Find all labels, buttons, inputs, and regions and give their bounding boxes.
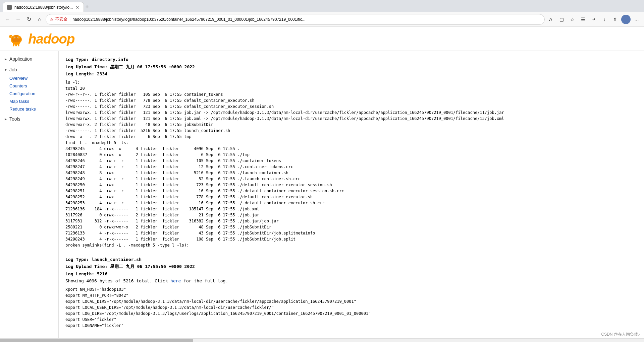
main-content: ► Application ▼ Job Overview Counters Co… (0, 51, 644, 338)
sidebar-job-items: Overview Counters Configuration Map task… (0, 74, 58, 113)
tab-title: hadoop102:19888/jobhistory/lo... (14, 5, 73, 10)
log-upload-line: Log Upload Time: 星期二 九月 06 17:55:56 +080… (65, 64, 637, 70)
log-body: ls -l: total 20 -rw-r--r--. 1 fickler fi… (65, 79, 637, 248)
log-length-label: Log Length: (65, 71, 94, 76)
sidebar-item-overview[interactable]: Overview (3, 74, 58, 82)
sidebar: ► Application ▼ Job Overview Counters Co… (0, 51, 59, 338)
log-type-line: Log Type: launch_container.sh (65, 256, 637, 263)
sidebar-item-counters[interactable]: Counters (3, 82, 58, 90)
page-header: hadoop (0, 27, 644, 51)
log-upload-value: 星期二 九月 06 17:55:56 +0800 2022 (110, 64, 195, 69)
downloads-button[interactable]: ↓ (600, 15, 609, 24)
sidebar-item-reduce-tasks[interactable]: Reduce tasks (3, 105, 58, 113)
sidebar-tools-label: Tools (9, 116, 20, 122)
log-body: xport NM_HOST="hadoop103" export NM_HTTP… (65, 286, 637, 329)
browser-chrome: hadoop102:19888/jobhistory/lo... ✕ + ← →… (0, 0, 644, 27)
hadoop-logo: hadoop (7, 30, 637, 47)
horizontal-scrollbar[interactable] (0, 338, 644, 342)
home-button[interactable]: ⌂ (35, 15, 44, 24)
new-tab-button[interactable]: + (85, 4, 89, 11)
url-text: hadoop102:19888/jobhistory/logs/hadoop10… (72, 17, 540, 22)
application-arrow-icon: ► (4, 57, 7, 61)
log-showing-line: Showing 4096 bytes of 5216 total. Click … (65, 278, 637, 284)
sidebar-section-tools: ► Tools (0, 114, 58, 124)
log-upload-line: Log Upload Time: 星期二 九月 06 17:55:56 +080… (65, 263, 637, 270)
sidebar-job-header[interactable]: ▼ Job (0, 65, 58, 74)
history-button[interactable]: ⤶ (589, 15, 598, 24)
share-button[interactable]: ⇧ (610, 15, 620, 24)
sidebar-item-configuration[interactable]: Configuration (3, 90, 58, 97)
log-upload-value: 星期二 九月 06 17:55:56 +0800 2022 (110, 264, 195, 269)
full-log-link[interactable]: here (170, 278, 181, 283)
log-content-area[interactable]: Log Type: directory.infoLog Upload Time:… (59, 51, 644, 338)
active-tab[interactable]: hadoop102:19888/jobhistory/lo... ✕ (3, 2, 84, 12)
log-type-line: Log Type: directory.info (65, 56, 637, 63)
log-section-1: Log Type: launch_container.shLog Upload … (65, 256, 637, 329)
nav-actions: A̲ ▢ ☆ ☰ ⤶ ↓ ⇧ … (546, 15, 641, 24)
scrollbar-thumb[interactable] (0, 339, 193, 342)
security-warning-icon: ⚠ (50, 17, 53, 21)
back-button[interactable]: ← (3, 15, 12, 24)
extensions-button[interactable]: ▢ (557, 15, 566, 24)
log-type-value: directory.info (92, 57, 128, 62)
tab-bar: hadoop102:19888/jobhistory/lo... ✕ + (0, 0, 644, 12)
log-upload-label: Log Upload Time: (65, 64, 107, 69)
log-upload-label: Log Upload Time: (65, 264, 107, 269)
log-length-line: Log Length: 2334 (65, 71, 637, 77)
collections-button[interactable]: ☰ (578, 15, 588, 24)
read-mode-button[interactable]: A̲ (546, 15, 555, 24)
log-type-value: launch_container.sh (92, 257, 142, 262)
sidebar-application-label: Application (9, 56, 33, 62)
log-type-label: Log Type: (65, 57, 89, 62)
sidebar-item-map-tasks[interactable]: Map tasks (3, 97, 58, 105)
page-wrapper: hadoop ► Application ▼ Job Overview Coun… (0, 27, 644, 342)
favorites-button[interactable]: ☆ (568, 15, 577, 24)
job-arrow-icon: ▼ (4, 68, 7, 72)
tools-arrow-icon: ► (4, 117, 7, 121)
log-length-label: Log Length: (65, 271, 94, 276)
sidebar-application-header[interactable]: ► Application (0, 54, 58, 64)
forward-button[interactable]: → (13, 15, 23, 24)
hadoop-elephant-icon (7, 30, 27, 47)
refresh-button[interactable]: ↻ (24, 15, 34, 24)
tab-favicon (7, 5, 12, 10)
svg-point-11 (17, 37, 18, 38)
profile-avatar[interactable] (621, 15, 631, 24)
tab-close-button[interactable]: ✕ (75, 5, 79, 10)
hadoop-logo-text: hadoop (28, 31, 74, 47)
log-length-line: Log Length: 5216 (65, 271, 637, 277)
log-section-0: Log Type: directory.infoLog Upload Time:… (65, 56, 637, 248)
watermark: CSDN @在人间负债♪ (601, 332, 640, 337)
log-length-value: 2334 (97, 71, 107, 76)
sidebar-section-job: ▼ Job Overview Counters Configuration Ma… (0, 65, 58, 113)
svg-rect-5 (13, 43, 14, 47)
settings-button[interactable]: … (632, 15, 641, 24)
nav-bar: ← → ↻ ⌂ ⚠ 不安全 | hadoop102:19888/jobhisto… (0, 12, 644, 27)
svg-point-10 (14, 37, 15, 38)
sidebar-tools-header[interactable]: ► Tools (0, 114, 58, 124)
sidebar-section-application: ► Application (0, 54, 58, 64)
svg-rect-6 (15, 43, 17, 47)
svg-rect-7 (18, 43, 19, 47)
security-warning-text: 不安全 (55, 16, 67, 22)
sidebar-job-label: Job (9, 67, 17, 72)
address-bar[interactable]: ⚠ 不安全 | hadoop102:19888/jobhistory/logs/… (46, 14, 545, 25)
log-length-value: 5216 (97, 271, 107, 276)
log-type-label: Log Type: (65, 257, 89, 262)
